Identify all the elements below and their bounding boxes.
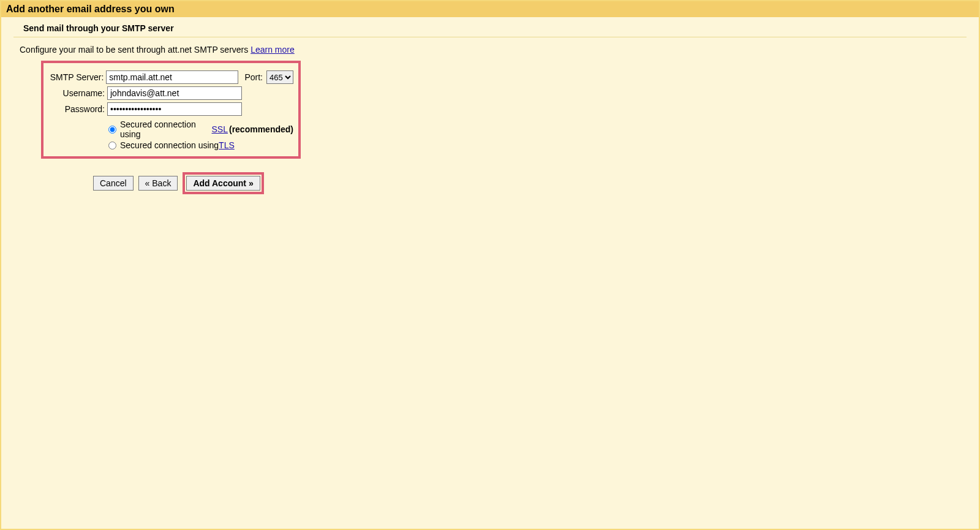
- username-input[interactable]: [107, 86, 242, 100]
- tls-option-row: Secured connection using TLS: [108, 140, 293, 150]
- ssl-recommended: (recommended): [229, 124, 293, 134]
- tls-link[interactable]: TLS: [219, 140, 235, 150]
- smtp-server-row: SMTP Server: Port: 465: [48, 70, 293, 84]
- password-row: Password:: [48, 102, 293, 116]
- ssl-prefix: Secured connection using: [120, 119, 212, 139]
- cancel-button[interactable]: Cancel: [93, 176, 134, 191]
- username-row: Username:: [48, 86, 293, 100]
- password-input[interactable]: [107, 102, 242, 116]
- back-button[interactable]: « Back: [138, 176, 178, 191]
- add-account-highlight: Add Account »: [183, 172, 263, 194]
- ssl-radio[interactable]: [108, 126, 116, 134]
- tls-prefix: Secured connection using: [120, 140, 219, 150]
- security-options: Secured connection using SSL (recommende…: [108, 119, 293, 150]
- learn-more-link[interactable]: Learn more: [251, 45, 295, 55]
- dialog-frame: Add another email address you own Send m…: [0, 0, 980, 530]
- username-label: Username:: [48, 88, 107, 98]
- smtp-server-input[interactable]: [106, 70, 238, 84]
- tls-radio[interactable]: [108, 142, 116, 150]
- smtp-server-label: SMTP Server:: [48, 72, 106, 82]
- password-label: Password:: [48, 104, 107, 114]
- ssl-option-row: Secured connection using SSL (recommende…: [108, 119, 293, 139]
- dialog-content: Send mail through your SMTP server Confi…: [1, 17, 979, 194]
- dialog-title: Add another email address you own: [1, 1, 979, 17]
- port-select[interactable]: 465: [266, 70, 293, 84]
- button-row: Cancel « Back Add Account »: [93, 172, 967, 194]
- smtp-settings-highlight: SMTP Server: Port: 465 Username: Passwor…: [41, 61, 301, 159]
- instruction-text: Configure your mail to be sent through a…: [13, 37, 967, 61]
- dialog-subtitle: Send mail through your SMTP server: [13, 21, 967, 37]
- ssl-link[interactable]: SSL: [212, 124, 228, 134]
- add-account-button[interactable]: Add Account »: [186, 176, 260, 191]
- port-label: Port:: [238, 72, 266, 82]
- instruction-prefix: Configure your mail to be sent through a…: [20, 45, 251, 55]
